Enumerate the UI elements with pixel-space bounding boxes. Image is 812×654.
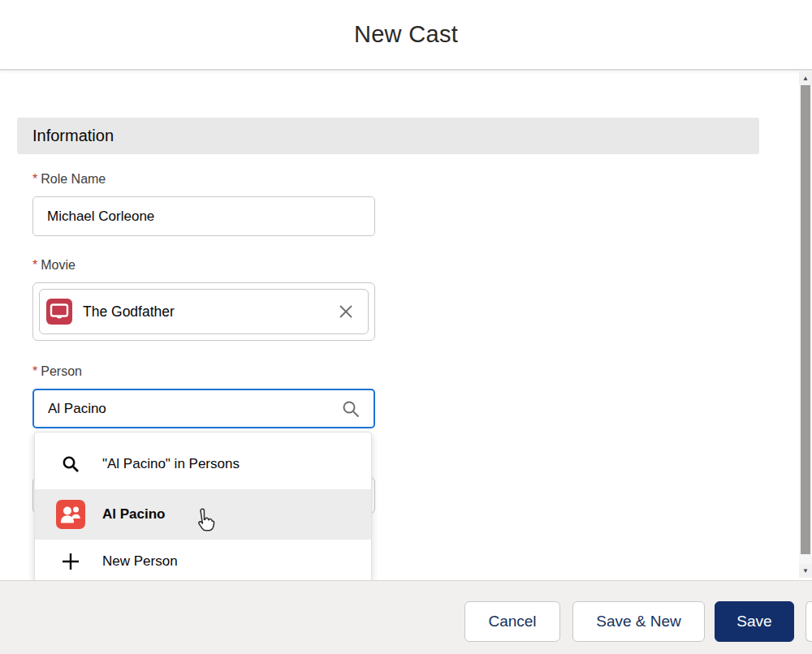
plus-icon [61,552,80,571]
dropdown-search-in-persons[interactable]: "Al Pacino" in Persons [35,439,371,489]
movie-screen-icon [46,299,72,325]
cropped-button-sliver [806,601,812,642]
dropdown-item-label: "Al Pacino" in Persons [102,456,240,472]
dropdown-item-label: New Person [102,553,178,570]
cancel-button[interactable]: Cancel [464,601,560,642]
person-lookup-dropdown: "Al Pacino" in Persons Al Pacino New P [34,432,372,582]
save-button[interactable]: Save [715,601,794,642]
movie-label: *Movie [32,258,76,273]
vertical-scrollbar: ▲ ▼ [799,71,812,578]
role-name-input[interactable] [32,196,375,236]
modal-footer: Cancel Save & New Save [0,580,812,654]
search-icon [61,454,80,474]
remove-selection-icon[interactable] [334,299,358,324]
required-asterisk: * [32,258,37,272]
save-and-new-button[interactable]: Save & New [572,601,705,642]
person-label: *Person [32,364,82,379]
person-search-input[interactable] [32,389,375,428]
required-asterisk: * [32,364,37,378]
new-cast-modal: New Cast Information *Role Name *Movie T… [0,0,812,654]
scrollbar-up-arrow-icon[interactable]: ▲ [799,71,812,85]
movie-lookup-field: The Godfather [32,282,375,341]
header-divider [0,69,812,71]
modal-header: New Cast [0,0,812,69]
cursor-pointer-icon [192,507,215,536]
person-record-icon [56,500,85,529]
scrollbar-thumb[interactable] [801,85,810,554]
section-title: Information [17,118,759,154]
dropdown-new-person[interactable]: New Person [35,540,371,582]
required-asterisk: * [32,172,37,186]
dropdown-item-label: Al Pacino [102,506,165,523]
movie-selected-pill[interactable]: The Godfather [39,289,369,334]
scrollbar-down-arrow-icon[interactable]: ▼ [799,564,812,578]
section-header-information: Information [17,118,759,154]
role-name-label: *Role Name [32,172,106,187]
search-icon [341,399,361,419]
modal-title: New Cast [0,0,812,69]
movie-selected-value: The Godfather [83,303,334,321]
